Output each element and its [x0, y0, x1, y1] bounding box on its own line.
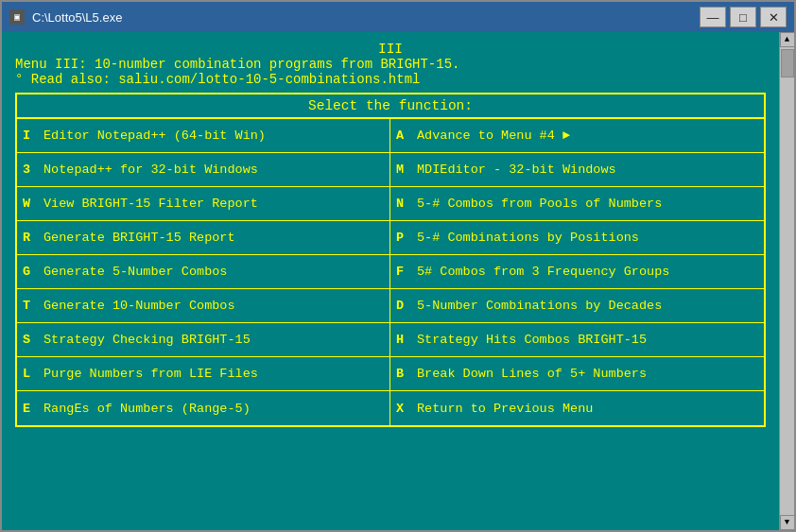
label-L: Purge Numbers from LIE Files [43, 367, 258, 381]
label-P: 5-# Combinations by Positions [417, 231, 639, 245]
menu-item-X[interactable]: X Return to Previous Menu [390, 391, 764, 425]
key-D: D [396, 299, 409, 313]
key-L: L [23, 367, 36, 381]
key-T: T [23, 299, 36, 313]
menu-item-3[interactable]: 3 Notepad++ for 32-bit Windows [17, 153, 390, 187]
key-E: E [23, 402, 36, 416]
menu-item-F[interactable]: F 5# Combos from 3 Frequency Groups [390, 255, 764, 289]
label-W: View BRIGHT-15 Filter Report [43, 197, 258, 211]
content-area: III Menu III: 10-number combination prog… [2, 32, 794, 530]
menu-grid: I Editor Notepad++ (64-bit Win) A Advanc… [17, 119, 764, 425]
label-A: Advance to Menu #4 ► [417, 129, 570, 143]
key-3: 3 [23, 163, 36, 177]
label-X: Return to Previous Menu [417, 402, 593, 416]
key-M: M [396, 163, 409, 177]
main-window: ▣ C:\Lotto5\L5.exe — □ ✕ III Menu III: 1… [0, 0, 796, 532]
menu-read-also: ° Read also: saliu.com/lotto-10-5-combin… [15, 72, 766, 87]
menu-item-M[interactable]: M MDIEditor - 32-bit Windows [390, 153, 764, 187]
menu-item-T[interactable]: T Generate 10-Number Combos [17, 289, 390, 323]
label-M: MDIEditor - 32-bit Windows [417, 163, 616, 177]
menu-item-S[interactable]: S Strategy Checking BRIGHT-15 [17, 323, 390, 357]
key-N: N [396, 197, 409, 211]
close-button[interactable]: ✕ [760, 7, 787, 27]
title-buttons: — □ ✕ [700, 7, 787, 27]
label-B: Break Down Lines of 5+ Numbers [417, 367, 647, 381]
label-E: RangEs of Numbers (Range-5) [43, 402, 251, 416]
label-R: Generate BRIGHT-15 Report [43, 231, 235, 245]
key-G: G [23, 265, 36, 279]
menu-item-D[interactable]: D 5-Number Combinations by Decades [390, 289, 764, 323]
key-S: S [23, 333, 36, 347]
key-I: I [23, 129, 36, 143]
maximize-button[interactable]: □ [730, 7, 756, 27]
menu-item-B[interactable]: B Break Down Lines of 5+ Numbers [390, 357, 764, 391]
label-N: 5-# Combos from Pools of Numbers [417, 197, 662, 211]
key-W: W [23, 197, 36, 211]
scrollbar[interactable]: ▲ ▼ [779, 32, 794, 530]
menu-item-R[interactable]: R Generate BRIGHT-15 Report [17, 221, 390, 255]
key-F: F [396, 265, 409, 279]
key-B: B [396, 367, 409, 381]
menu-item-W[interactable]: W View BRIGHT-15 Filter Report [17, 187, 390, 221]
label-H: Strategy Hits Combos BRIGHT-15 [417, 333, 647, 347]
menu-box: Select the function: I Editor Notepad++ … [15, 93, 766, 427]
label-T: Generate 10-Number Combos [43, 299, 235, 313]
key-R: R [23, 231, 36, 245]
label-I: Editor Notepad++ (64-bit Win) [43, 129, 266, 143]
label-3: Notepad++ for 32-bit Windows [43, 163, 258, 177]
key-A: A [396, 129, 409, 143]
menu-item-P[interactable]: P 5-# Combinations by Positions [390, 221, 764, 255]
window-icon: ▣ [9, 9, 25, 25]
menu-item-A[interactable]: A Advance to Menu #4 ► [390, 119, 764, 153]
scroll-down-button[interactable]: ▼ [780, 515, 795, 530]
title-bar: ▣ C:\Lotto5\L5.exe — □ ✕ [2, 2, 794, 32]
terminal: III Menu III: 10-number combination prog… [2, 32, 779, 530]
menu-item-L[interactable]: L Purge Numbers from LIE Files [17, 357, 390, 391]
menu-number: III [15, 42, 766, 57]
scroll-thumb[interactable] [781, 49, 794, 77]
menu-item-E[interactable]: E RangEs of Numbers (Range-5) [17, 391, 390, 425]
key-P: P [396, 231, 409, 245]
label-S: Strategy Checking BRIGHT-15 [43, 333, 251, 347]
menu-select-header: Select the function: [17, 94, 764, 119]
menu-item-N[interactable]: N 5-# Combos from Pools of Numbers [390, 187, 764, 221]
label-F: 5# Combos from 3 Frequency Groups [417, 265, 669, 279]
label-G: Generate 5-Number Combos [43, 265, 227, 279]
menu-item-I[interactable]: I Editor Notepad++ (64-bit Win) [17, 119, 390, 153]
key-X: X [396, 402, 409, 416]
window-title: C:\Lotto5\L5.exe [32, 10, 122, 25]
scroll-up-button[interactable]: ▲ [780, 32, 795, 47]
minimize-button[interactable]: — [700, 7, 726, 27]
menu-subtitle: Menu III: 10-number combination programs… [15, 57, 766, 72]
header-section: III Menu III: 10-number combination prog… [15, 42, 766, 87]
key-H: H [396, 333, 409, 347]
title-bar-left: ▣ C:\Lotto5\L5.exe [9, 9, 122, 25]
label-D: 5-Number Combinations by Decades [417, 299, 662, 313]
menu-item-H[interactable]: H Strategy Hits Combos BRIGHT-15 [390, 323, 764, 357]
menu-item-G[interactable]: G Generate 5-Number Combos [17, 255, 390, 289]
